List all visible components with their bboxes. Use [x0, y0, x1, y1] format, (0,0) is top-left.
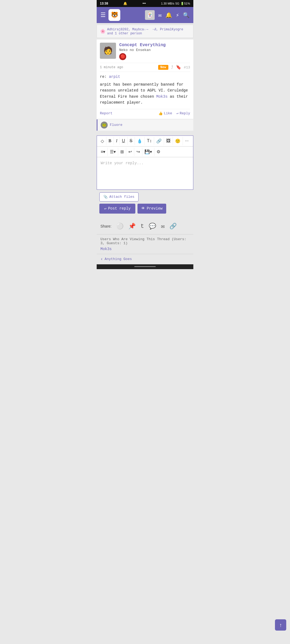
post-body-link[interactable]: Mok3s	[156, 94, 168, 99]
post-badge-icon: 🔴	[119, 53, 126, 60]
undo-button[interactable]: ↩	[126, 148, 134, 156]
search-icon[interactable]: 🔍	[183, 12, 190, 19]
redo-button[interactable]: ↪	[134, 148, 142, 156]
reply-textarea[interactable]: Write your reply...	[97, 157, 193, 189]
status-speed: 1.30 MB/s	[161, 2, 175, 5]
liked-by-name[interactable]: Fluore	[110, 123, 122, 127]
bottom-bar	[97, 264, 193, 269]
share-section: Share: ⚪ 📌 t 💬 ✉ 🔗	[97, 218, 193, 234]
viewer-link[interactable]: Mok3s	[100, 247, 112, 251]
hamburger-menu-icon[interactable]: ☰	[100, 12, 106, 19]
paperclip-icon: 📎	[103, 195, 108, 199]
post-subtitle: Neko no Ensekan	[119, 48, 166, 52]
report-button[interactable]: Report	[100, 111, 113, 115]
editor-placeholder: Write your reply...	[101, 161, 144, 165]
action-right: 👍 Like ↩ Reply	[158, 111, 190, 116]
image-button[interactable]: 🖼	[164, 137, 173, 145]
attach-files-button[interactable]: 📎 Attach files	[99, 192, 139, 202]
bold-button[interactable]: B	[106, 137, 114, 145]
like-icon: 👍	[158, 111, 163, 116]
bell-icon[interactable]: 🔔	[165, 12, 172, 19]
post-meta-right: New ⤴ 🔖 #13	[158, 65, 190, 70]
pinterest-share-icon[interactable]: 📌	[128, 223, 136, 230]
post-body: arpit has been permanently banned for re…	[100, 82, 190, 106]
logo-icon[interactable]: 🐯	[108, 9, 120, 21]
post-user-info: Concept Everything Neko no Ensekan 🔴	[119, 43, 166, 60]
settings-button[interactable]: ⚙	[154, 148, 162, 156]
status-signal: 5G	[175, 2, 179, 5]
status-bar: 13:38 🔔 ••• 1.30 MB/s 5G 🔋51%	[97, 0, 193, 7]
bottom-indicator	[134, 266, 156, 267]
mail-icon[interactable]: ✉	[158, 12, 162, 19]
underline-button[interactable]: U	[120, 137, 128, 145]
status-dots: •••	[143, 2, 146, 5]
text-size-button[interactable]: T↕	[145, 137, 154, 145]
viewers-section: Users Who Are Viewing This Thread (Users…	[97, 234, 193, 254]
whatsapp-share-icon[interactable]: 💬	[149, 223, 156, 230]
bookmark-icon[interactable]: 🔖	[176, 65, 181, 70]
post-avatar: 🧑	[100, 43, 116, 59]
editor-toolbar-row2: ≡▾ ☰▾ ⊞ ↩ ↪ 💾▾ ⚙	[97, 147, 193, 157]
viewers-title: Users Who Are Viewing This Thread (Users…	[100, 237, 190, 245]
post-container: 🧑 Concept Everything Neko no Ensekan 🔴 1…	[97, 39, 193, 119]
save-button[interactable]: 💾▾	[142, 148, 154, 156]
header-left: ☰ 🐯	[100, 9, 120, 21]
post-actions: Report 👍 Like ↩ Reply	[100, 109, 190, 116]
preview-button[interactable]: 👁 Preview	[137, 204, 166, 214]
erase-button[interactable]: ◇	[99, 137, 106, 145]
italic-button[interactable]: I	[114, 137, 120, 145]
header-right: 🃏 ✉ 🔔 ⚡ 🔍	[145, 10, 190, 20]
reply-button[interactable]: ↩ Reply	[176, 111, 190, 116]
status-bell: 🔔	[123, 2, 127, 5]
share-label: Share:	[100, 224, 111, 228]
post-meta: 1 minute ago New ⤴ 🔖 #13	[100, 63, 190, 72]
share-icon[interactable]: ⤴	[171, 65, 173, 70]
post-time: 1 minute ago	[100, 65, 123, 69]
email-share-icon[interactable]: ✉	[161, 223, 164, 230]
align-button[interactable]: ≡▾	[99, 148, 108, 156]
lightning-icon[interactable]: ⚡	[176, 12, 179, 19]
link-button[interactable]: 🔗	[154, 137, 164, 145]
post-username[interactable]: Concept Everything	[119, 43, 166, 47]
reactions-emoji: 🌸	[100, 29, 106, 34]
new-badge: New	[158, 65, 168, 70]
reddit-share-icon[interactable]: ⚪	[116, 223, 124, 230]
post-number: #13	[184, 65, 190, 69]
reply-icon: ↩	[176, 111, 179, 116]
back-arrow-icon[interactable]: ‹	[100, 257, 103, 262]
like-button[interactable]: 👍 Like	[158, 111, 172, 116]
status-right: 1.30 MB/s 5G 🔋51%	[161, 2, 190, 5]
more-button[interactable]: ···	[183, 137, 191, 145]
preview-icon: 👁	[141, 206, 145, 211]
editor-actions: 📎 Attach files ↩ Post reply 👁 Preview	[97, 190, 193, 216]
link-share-icon[interactable]: 🔗	[169, 223, 177, 230]
color-button[interactable]: 💧	[135, 137, 145, 145]
reactions-text: Adhiraj8202, Maybca☆～ゝ◦∂, PrimalKyogre a…	[107, 27, 190, 35]
post-actions-right: ↩ Post reply 👁 Preview	[99, 204, 166, 214]
header: ☰ 🐯 🃏 ✉ 🔔 ⚡ 🔍	[97, 7, 193, 23]
editor-toolbar-row1: ◇ B I U S 💧 T↕ 🔗 🖼 🙂 ···	[97, 136, 193, 147]
post-re: re: arpit	[100, 75, 190, 79]
list-button[interactable]: ☰▾	[108, 148, 118, 156]
post-reply-icon: ↩	[104, 206, 106, 211]
liked-avatar: 🐸	[101, 122, 108, 129]
reactions-bar: 🌸 Adhiraj8202, Maybca☆～ゝ◦∂, PrimalKyogre…	[97, 25, 193, 38]
reply-editor: ◇ B I U S 💧 T↕ 🔗 🖼 🙂 ··· ≡▾ ☰▾ ⊞ ↩ ↪ 💾▾ …	[97, 136, 193, 190]
liked-by-bar: 🐸 Fluore	[97, 119, 193, 131]
post-reply-button[interactable]: ↩ Post reply	[99, 204, 135, 214]
breadcrumb: ‹ Anything Goes	[97, 254, 193, 264]
emoji-button[interactable]: 🙂	[173, 137, 183, 145]
table-button[interactable]: ⊞	[118, 148, 126, 156]
status-time: 13:38	[100, 2, 108, 5]
breadcrumb-text[interactable]: Anything Goes	[105, 257, 132, 261]
tumblr-share-icon[interactable]: t	[140, 223, 144, 230]
status-battery: 🔋51%	[180, 2, 190, 5]
strikethrough-button[interactable]: S	[128, 137, 135, 145]
user-avatar[interactable]: 🃏	[145, 10, 155, 20]
post-header: 🧑 Concept Everything Neko no Ensekan 🔴	[100, 43, 190, 60]
post-re-link[interactable]: arpit	[109, 75, 120, 79]
